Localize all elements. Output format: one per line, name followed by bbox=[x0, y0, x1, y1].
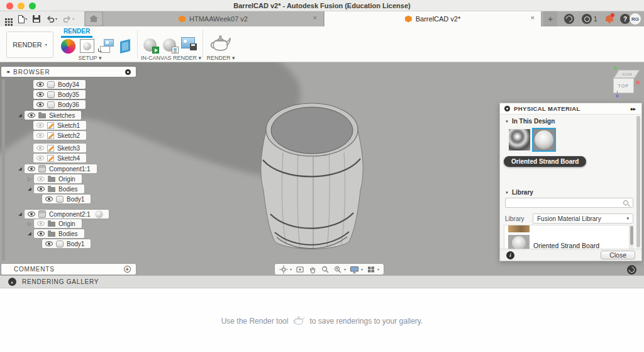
visibility-eye-icon[interactable] bbox=[28, 166, 35, 171]
material-search-input[interactable] bbox=[506, 200, 623, 207]
browser-row-origin2[interactable]: ▷Origin bbox=[26, 219, 82, 228]
tab-htmaaweek07[interactable]: HTMAAWeek07 v2 × bbox=[103, 11, 324, 26]
viewcube-front-face[interactable]: TOP bbox=[613, 78, 634, 93]
add-comment-icon[interactable]: + bbox=[124, 266, 131, 273]
browser-row-origin1[interactable]: ▷Origin bbox=[26, 174, 82, 183]
render-quality-icon[interactable] bbox=[627, 265, 636, 275]
browser-panel-header[interactable]: ◂◂ BROWSER bbox=[1, 67, 136, 77]
display-settings-icon[interactable] bbox=[350, 265, 359, 274]
visibility-eye-icon[interactable] bbox=[45, 241, 53, 246]
in-canvas-render-icon[interactable] bbox=[143, 38, 157, 52]
close-tab-icon[interactable]: × bbox=[313, 14, 317, 21]
browser-row-bodies1[interactable]: ◢Bodies bbox=[26, 185, 84, 193]
browser-row-component1[interactable]: ◢Component1:1 bbox=[17, 164, 97, 173]
texture-map-controls-icon[interactable] bbox=[120, 39, 130, 54]
orbit-caret-icon[interactable]: ▾ bbox=[290, 267, 292, 271]
section-chevron-icon[interactable]: ▼ bbox=[505, 120, 509, 123]
section-library[interactable]: ▼ Library bbox=[505, 189, 533, 196]
panel-expand-icon[interactable]: ▶▶ bbox=[631, 106, 635, 111]
browser-scrollbar[interactable] bbox=[2, 79, 5, 261]
viewcube[interactable]: BACK TOP bbox=[613, 70, 638, 98]
barrel-model[interactable] bbox=[258, 94, 366, 249]
close-window-button[interactable] bbox=[6, 3, 13, 9]
undo-icon[interactable]: ▾ bbox=[46, 15, 57, 23]
panel-gear-icon[interactable] bbox=[504, 106, 510, 111]
new-tab-button[interactable]: + bbox=[543, 11, 557, 26]
physical-material-header[interactable]: PHYSICAL MATERIAL ▶▶ bbox=[500, 103, 641, 115]
browser-row-body1a[interactable]: Body1 bbox=[42, 195, 91, 203]
visibility-eye-icon[interactable] bbox=[36, 92, 44, 97]
appearance-color-wheel-icon[interactable] bbox=[61, 39, 75, 54]
expander-icon[interactable]: ◢ bbox=[17, 113, 23, 118]
rendering-gallery-bar[interactable]: ▴ RENDERING GALLERY bbox=[0, 275, 644, 288]
collapse-browser-icon[interactable]: ◂◂ bbox=[6, 69, 8, 74]
close-button[interactable]: Close bbox=[601, 251, 635, 259]
scene-appearance-icon[interactable] bbox=[80, 39, 94, 53]
expander-icon[interactable]: ◢ bbox=[26, 186, 33, 191]
orbit-icon[interactable] bbox=[279, 265, 288, 274]
visibility-eye-icon[interactable] bbox=[36, 102, 44, 107]
pan-icon[interactable] bbox=[308, 265, 317, 274]
browser-row-bodies2[interactable]: ◢Bodies bbox=[26, 229, 84, 238]
visibility-eye-icon[interactable] bbox=[28, 212, 35, 217]
visibility-eye-icon[interactable] bbox=[37, 231, 45, 236]
look-at-icon[interactable] bbox=[296, 265, 304, 274]
display-caret-icon[interactable]: ▾ bbox=[361, 267, 363, 271]
minimize-window-button[interactable] bbox=[18, 3, 25, 9]
maximize-window-button[interactable] bbox=[29, 3, 36, 9]
visibility-eye-icon[interactable] bbox=[36, 82, 44, 87]
gallery-expand-icon[interactable]: ▴ bbox=[8, 278, 16, 286]
comments-bar[interactable]: COMMENTS + bbox=[1, 264, 136, 275]
browser-row-sketch4[interactable]: Sketch4 bbox=[33, 154, 86, 162]
expander-icon[interactable]: ▷ bbox=[26, 221, 33, 227]
setup-group-caption[interactable]: SETUP ▾ bbox=[58, 55, 121, 61]
viewports-caret-icon[interactable]: ▾ bbox=[377, 267, 379, 271]
section-in-this-design[interactable]: ▼ In This Design bbox=[505, 118, 555, 125]
close-tab-icon[interactable]: × bbox=[531, 14, 535, 21]
save-icon[interactable] bbox=[33, 15, 40, 23]
visibility-eye-icon[interactable] bbox=[36, 156, 44, 161]
browser-row-sketch3[interactable]: Sketch3 bbox=[33, 144, 86, 152]
visibility-eye-icon[interactable] bbox=[37, 176, 45, 181]
notifications-bell-icon[interactable] bbox=[606, 15, 613, 21]
user-avatar[interactable]: RG bbox=[630, 13, 641, 25]
zoom-icon[interactable] bbox=[321, 265, 330, 274]
environment-tab-render[interactable]: RENDER bbox=[61, 28, 92, 35]
visibility-eye-icon[interactable] bbox=[37, 221, 45, 226]
help-icon[interactable]: ? bbox=[620, 14, 630, 24]
job-status-icon[interactable] bbox=[582, 14, 592, 24]
visibility-eye-icon[interactable] bbox=[28, 113, 35, 118]
info-icon[interactable]: i bbox=[506, 251, 514, 259]
in-canvas-render-settings-icon[interactable] bbox=[163, 38, 176, 52]
visibility-eye-icon[interactable] bbox=[37, 186, 45, 191]
expander-icon[interactable]: ◢ bbox=[17, 166, 23, 171]
wood-material-thumbnail[interactable] bbox=[508, 225, 530, 232]
material-search-box[interactable] bbox=[505, 198, 633, 208]
material-list[interactable]: Oriented Strand Board bbox=[504, 225, 630, 249]
library-select[interactable]: Fusion Material Library ▾ bbox=[533, 213, 633, 224]
home-view-button[interactable] bbox=[86, 13, 102, 25]
section-chevron-icon[interactable]: ▼ bbox=[505, 191, 509, 195]
app-grid-icon[interactable] bbox=[5, 18, 13, 20]
browser-row-sketch2[interactable]: Sketch2 bbox=[33, 131, 86, 140]
browser-filter-icon[interactable] bbox=[125, 69, 131, 75]
browser-row-sketch1[interactable]: Sketch1 bbox=[33, 121, 86, 130]
viewcube-top-face[interactable]: BACK bbox=[614, 70, 640, 78]
fit-caret-icon[interactable]: ▾ bbox=[344, 267, 346, 271]
fit-zoom-icon[interactable] bbox=[333, 265, 342, 274]
in-canvas-render-caption[interactable]: IN-CANVAS RENDER ▾ bbox=[140, 55, 203, 61]
browser-row-sketches[interactable]: ◢Sketches bbox=[17, 111, 81, 120]
file-menu-icon[interactable]: ▾ bbox=[18, 15, 27, 23]
tab-barrelcad[interactable]: BarrelCAD v2* × bbox=[325, 11, 541, 26]
visibility-eye-icon[interactable] bbox=[45, 196, 53, 202]
render-group-caption[interactable]: RENDER ▾ bbox=[200, 55, 242, 61]
browser-row-body34[interactable]: Body34 bbox=[33, 80, 86, 89]
panel-scrollbar[interactable] bbox=[636, 116, 640, 247]
visibility-eye-icon[interactable] bbox=[36, 123, 44, 128]
osb-material-thumbnail-selected[interactable] bbox=[532, 128, 556, 152]
capture-image-icon[interactable] bbox=[181, 37, 195, 48]
visibility-eye-icon[interactable] bbox=[36, 145, 44, 150]
visibility-eye-icon[interactable] bbox=[36, 133, 44, 138]
browser-row-body35[interactable]: Body35 bbox=[33, 90, 86, 99]
render-teapot-icon[interactable] bbox=[209, 35, 232, 54]
